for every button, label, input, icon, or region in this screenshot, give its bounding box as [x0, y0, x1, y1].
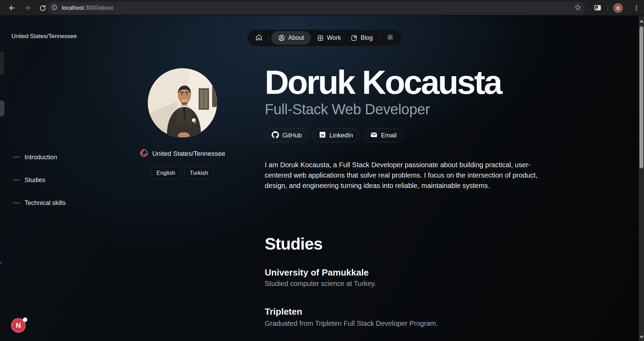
forward-icon: [24, 4, 31, 12]
page-viewport: ‹ United States/Tennessee About Work Blo: [0, 16, 639, 341]
address-bar[interactable]: localhost:3000/about: [47, 2, 586, 14]
scrollbar-thumb[interactable]: [640, 26, 643, 168]
linkedin-icon: in: [319, 131, 326, 140]
site-info-button[interactable]: [48, 2, 61, 14]
browser-profile-avatar[interactable]: D: [613, 3, 623, 13]
info-icon: [51, 4, 57, 12]
reload-icon: [39, 5, 46, 12]
bookmark-button[interactable]: [574, 4, 581, 12]
intro-paragraph: I am Doruk Kocausta, a Full Stack Develo…: [265, 160, 548, 191]
language-badge-turkish: Turkish: [184, 167, 214, 179]
person-circle-icon: [278, 34, 285, 42]
grid-icon: [317, 35, 324, 42]
side-panel-button[interactable]: [592, 3, 603, 13]
url-path: :3000/about: [84, 5, 113, 11]
github-icon: [272, 131, 279, 140]
toc-item-studies[interactable]: Studies: [13, 176, 45, 184]
studies-heading: Studies: [265, 234, 323, 254]
svg-text:in: in: [321, 133, 324, 137]
email-icon: [370, 131, 378, 140]
toc-dash: [13, 203, 20, 203]
study-title: Tripleten: [265, 306, 302, 318]
site-navbar: About Work Blog: [247, 29, 402, 46]
browser-menu-button[interactable]: [631, 3, 642, 13]
back-button[interactable]: [7, 3, 17, 13]
side-panel-icon: [593, 4, 602, 12]
browser-toolbar: localhost:3000/about D: [0, 0, 644, 16]
profile-location-text: United States/Tennessee: [152, 150, 225, 158]
corner-location-text: United States/Tennessee: [11, 33, 77, 40]
page-subtitle: Full-Stack Web Developer: [265, 101, 430, 118]
globe-icon: [139, 149, 148, 159]
nav-tab-blog[interactable]: Blog: [346, 31, 378, 45]
nextjs-devtools-indicator-dot: [23, 317, 27, 322]
back-icon: [8, 4, 16, 12]
page-scrollbar[interactable]: [639, 16, 644, 341]
toc-dash: [13, 157, 20, 158]
reload-button[interactable]: [37, 3, 48, 13]
profile-location: United States/Tennessee: [139, 149, 225, 159]
book-icon: [351, 35, 357, 42]
nav-tab-work-label: Work: [327, 34, 341, 42]
linkedin-label: LinkedIn: [329, 132, 353, 139]
nav-tab-about[interactable]: About: [271, 31, 311, 45]
toc-label: Studies: [25, 177, 45, 184]
profile-meta: United States/Tennessee English Turkish: [134, 149, 231, 179]
email-label: Email: [381, 132, 397, 139]
home-icon: [255, 34, 263, 43]
social-links: GitHub in LinkedIn Email: [265, 128, 403, 143]
linkedin-button[interactable]: in LinkedIn: [312, 128, 360, 143]
email-button[interactable]: Email: [363, 128, 403, 143]
scrollbar-up-arrow-icon[interactable]: [640, 20, 644, 23]
language-badges: English Turkish: [151, 167, 214, 179]
menu-dots-icon: [633, 5, 640, 11]
toc-label: Technical skills: [25, 199, 66, 207]
url-text[interactable]: localhost:3000/about: [62, 5, 113, 11]
toc-dash: [13, 180, 20, 180]
scrollbar-down-arrow-icon[interactable]: [640, 336, 644, 339]
github-label: GitHub: [282, 132, 302, 139]
github-button[interactable]: GitHub: [265, 128, 309, 143]
nav-divider: [268, 34, 269, 42]
study-title: University of Pamukkale: [265, 267, 369, 279]
theme-toggle-button[interactable]: [383, 32, 397, 45]
toc-item-technical-skills[interactable]: Technical skills: [13, 199, 66, 207]
language-badge-english: English: [151, 167, 181, 179]
profile-photo: [148, 68, 217, 137]
toc-item-introduction[interactable]: Introduction: [13, 153, 57, 161]
nav-tab-about-label: About: [288, 34, 304, 42]
page-title: Doruk Kocausta: [265, 64, 501, 101]
star-icon: [574, 4, 581, 12]
nav-divider: [380, 34, 381, 42]
toc-label: Introduction: [25, 154, 57, 161]
nextjs-badge-letter: N: [16, 322, 21, 330]
toolbar-divider: [608, 5, 608, 11]
nav-tab-work[interactable]: Work: [312, 31, 346, 45]
avatar-letter: D: [616, 6, 620, 11]
browser-edge-strip: [0, 52, 4, 75]
study-description: Studied computer science at Turkey.: [265, 279, 376, 288]
url-host: localhost: [62, 5, 84, 11]
nav-home-button[interactable]: [252, 32, 265, 45]
sun-icon: [387, 34, 394, 42]
forward-button[interactable]: [22, 3, 33, 13]
edge-chevron-icon: ‹: [0, 260, 2, 265]
nav-tab-blog-label: Blog: [361, 34, 373, 42]
side-panel-handle[interactable]: [0, 100, 4, 116]
study-description: Graduated from Tripleten Full Stack Deve…: [265, 318, 438, 328]
